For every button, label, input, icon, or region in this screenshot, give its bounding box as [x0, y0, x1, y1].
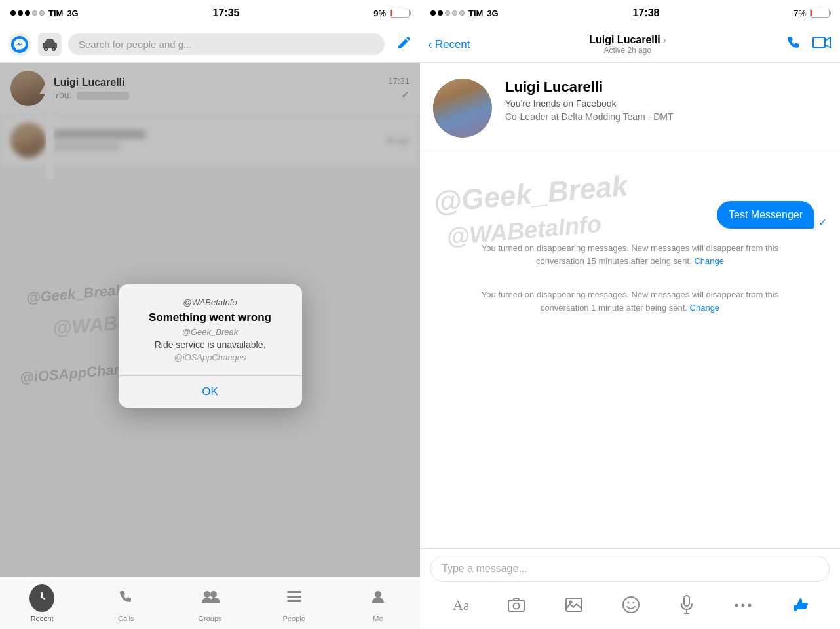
tab-recent[interactable]: Recent: [0, 577, 84, 629]
conversation-list: Luigi Lucarelli You: 17:31 ✓ 20 apr: [0, 63, 420, 577]
alert-dialog: @WABetaInfo Something went wrong @Geek_B…: [119, 284, 302, 408]
messenger-logo-icon[interactable]: [8, 33, 31, 56]
people-list-icon: [286, 588, 303, 605]
left-battery-icon: [390, 9, 410, 18]
svg-rect-25: [684, 596, 689, 606]
r-signal-dot-1: [430, 10, 436, 16]
groups-icon: [200, 588, 220, 605]
nav-center: Luigi Lucarelli › Active 2h ago: [476, 34, 780, 55]
svg-point-21: [569, 601, 572, 604]
disappear-link-1[interactable]: Change: [694, 256, 724, 266]
signal-dot-3: [25, 10, 30, 16]
signal-dots: [10, 10, 45, 16]
svg-text:Aa: Aa: [453, 597, 468, 613]
svg-point-23: [628, 602, 630, 604]
tab-people-icon-wrap: [282, 584, 307, 612]
messenger-svg-icon: [10, 35, 29, 54]
microphone-button[interactable]: [674, 592, 699, 621]
svg-point-22: [623, 597, 639, 613]
left-network: 3G: [67, 9, 78, 18]
right-content: Luigi Lucarelli You're friends on Facebo…: [420, 63, 840, 629]
right-battery-fill: [811, 10, 812, 16]
back-button[interactable]: ‹ Recent: [428, 37, 470, 52]
left-tab-bar: Recent Calls Groups: [0, 577, 420, 629]
photo-button[interactable]: [560, 593, 588, 620]
r-signal-dot-3: [445, 10, 450, 16]
alert-ok-button[interactable]: OK: [119, 376, 302, 408]
tab-people-label: People: [283, 615, 305, 622]
alert-watermark2: @iOSAppChanges: [129, 353, 292, 362]
message-input[interactable]: Type a message...: [430, 556, 830, 582]
tab-recent-icon-wrap: [29, 584, 54, 612]
left-battery-fill: [391, 10, 392, 16]
disappear-notice-1: You turned on disappearing messages. New…: [433, 234, 827, 275]
call-button[interactable]: [785, 34, 802, 55]
video-call-button[interactable]: [812, 35, 832, 54]
disappear-notice-2: You turned on disappearing messages. New…: [433, 280, 827, 322]
left-status-left: TIM 3G: [10, 9, 79, 18]
left-search-bar: Search for people and g...: [0, 26, 420, 63]
svg-point-24: [633, 602, 635, 604]
right-nav-bar: ‹ Recent Luigi Lucarelli › Active 2h ago: [420, 26, 840, 63]
ride-car-icon[interactable]: [38, 33, 62, 56]
svg-point-4: [45, 48, 47, 50]
tab-calls[interactable]: Calls: [84, 577, 168, 629]
disappear-text-1: You turned on disappearing messages. New…: [482, 243, 778, 266]
r-signal-dot-2: [438, 10, 443, 16]
message-input-row: Type a message...: [420, 549, 840, 588]
text-format-icon: Aa: [450, 596, 468, 614]
microphone-icon: [679, 595, 694, 615]
tab-me-label: Me: [373, 615, 383, 622]
message-container: Test Messenger ✓: [433, 201, 827, 229]
disappear-link-2[interactable]: Change: [690, 303, 720, 313]
video-call-icon: [812, 35, 832, 50]
right-carrier: TIM: [468, 9, 483, 18]
disappear-text-2: You turned on disappearing messages. New…: [482, 290, 778, 313]
nav-contact-name[interactable]: Luigi Lucarelli ›: [589, 34, 666, 46]
camera-icon: [507, 596, 525, 613]
svg-point-9: [41, 596, 43, 598]
tab-me[interactable]: Me: [336, 577, 420, 629]
alert-content: @WABetaInfo Something went wrong @Geek_B…: [119, 284, 302, 369]
search-input[interactable]: Search for people and g...: [68, 33, 385, 55]
tab-people[interactable]: People: [252, 577, 336, 629]
tab-groups[interactable]: Groups: [168, 577, 252, 629]
tab-calls-label: Calls: [118, 615, 134, 622]
message-input-area: Type a message... Aa: [420, 548, 840, 629]
photo-icon: [565, 596, 583, 614]
compose-svg-icon: [396, 35, 412, 50]
alert-title: Something went wrong: [129, 311, 292, 324]
nav-chevron-icon: ›: [663, 35, 666, 45]
emoji-button[interactable]: [617, 593, 645, 620]
nav-actions: [785, 34, 832, 55]
alert-watermark1: @Geek_Break: [129, 327, 292, 337]
svg-point-29: [741, 604, 744, 607]
chat-area: @Geek_Break @WABetaInfo Test Messenger ✓…: [420, 151, 840, 548]
dots-icon: [733, 599, 753, 612]
message-check-icon: ✓: [818, 216, 827, 229]
me-person-icon: [370, 588, 387, 605]
r-signal-dot-4: [452, 10, 457, 16]
svg-rect-20: [566, 598, 582, 611]
calls-phone-icon: [117, 588, 134, 605]
svg-point-5: [53, 48, 55, 50]
alert-overlay: @WABetaInfo Something went wrong @Geek_B…: [0, 63, 420, 577]
dots-button[interactable]: [728, 595, 758, 619]
svg-point-28: [735, 604, 738, 607]
profile-header: Luigi Lucarelli You're friends on Facebo…: [420, 63, 840, 151]
right-battery-pct: 7%: [793, 9, 806, 18]
svg-point-15: [375, 591, 381, 598]
emoji-icon: [622, 596, 640, 614]
like-thumb-button[interactable]: [786, 593, 815, 620]
text-format-button[interactable]: Aa: [445, 593, 474, 620]
alert-message: Ride service is unavailable.: [129, 339, 292, 350]
left-panel: TIM 3G 17:35 9%: [0, 0, 420, 629]
alert-source: @WABetaInfo: [129, 297, 292, 307]
svg-point-19: [514, 603, 520, 609]
camera-button[interactable]: [502, 594, 531, 620]
signal-dot-5: [39, 10, 45, 16]
recent-clock-icon: [33, 588, 50, 605]
profile-avatar-img: [433, 79, 492, 138]
compose-icon[interactable]: [396, 35, 412, 54]
thumbs-up-icon: [792, 596, 810, 614]
